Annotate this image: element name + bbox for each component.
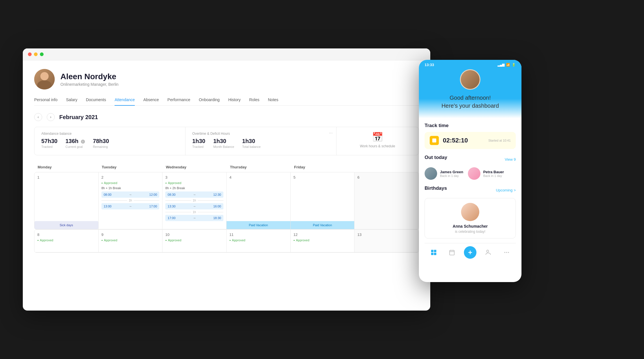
nav-more-icon[interactable] — [500, 246, 513, 259]
ot-month-label: Month Balance — [213, 145, 234, 148]
approved-badge: Approved — [37, 238, 95, 242]
svg-rect-2 — [431, 253, 433, 255]
nav-home-icon[interactable] — [427, 246, 440, 259]
start-time: 08:00 — [104, 193, 112, 196]
person-name-petra: Petra Bauer — [483, 170, 504, 174]
approved-badge: Approved — [229, 238, 288, 242]
time-block-2: 13:30 → 16:00 — [165, 203, 223, 209]
svg-rect-0 — [431, 250, 433, 252]
cal-cell-2[interactable]: 2 Approved 8h + 1h Break 08:00 → 12:00 1… — [99, 172, 163, 229]
end-time-2: 17:00 — [149, 205, 157, 208]
cal-cell-13[interactable]: 13 — [354, 230, 419, 252]
break-line: 1h — [101, 199, 160, 202]
mobile-window: 13:33 ▂▄▆ 📶 🔋 Good afternoon! Here's you… — [419, 60, 521, 282]
svg-rect-4 — [450, 250, 455, 255]
mobile-avatar — [460, 69, 480, 90]
day-header-monday: Monday — [34, 162, 98, 172]
minimize-button[interactable] — [34, 52, 38, 56]
battery-icon: 🔋 — [512, 63, 516, 67]
cell-date: 1 — [37, 175, 95, 180]
signal-icon: ▂▄▆ — [498, 63, 504, 67]
next-month-button[interactable]: › — [47, 113, 55, 121]
profile-name: Aleen Nordyke — [60, 72, 119, 81]
tab-personal-info[interactable]: Personal info — [34, 97, 58, 105]
tab-notes[interactable]: Notes — [268, 97, 278, 105]
desktop-window: Aleen Nordyke Onlinemarketing Manager, B… — [23, 48, 430, 311]
remaining-label: Remaining — [93, 145, 109, 148]
birthday-card: Anna Schumacher is celebrating today! — [425, 198, 516, 238]
prev-month-button[interactable]: ‹ — [34, 113, 42, 121]
mobile-header: Good afternoon! Here's your dashboard — [419, 69, 521, 118]
cal-cell-3[interactable]: 3 Approved 8h + 2h Break 08:30 → 12:30 1… — [162, 172, 227, 229]
end-time: 12:00 — [149, 193, 157, 196]
maximize-button[interactable] — [40, 52, 44, 56]
work-hours-section: 📅 Work hours & schedule — [337, 127, 419, 155]
mobile-body: Track time 02:52:10 Started at 10:41 Out… — [419, 118, 521, 266]
tab-performance[interactable]: Performance — [168, 97, 190, 105]
cal-cell-10[interactable]: 10 Approved — [162, 230, 227, 252]
approved-badge: Approved — [294, 238, 352, 242]
more-options-button[interactable]: ··· — [329, 130, 333, 136]
remaining-value: 78h30 — [93, 138, 109, 144]
status-icons: ▂▄▆ 📶 🔋 — [498, 63, 516, 67]
cal-cell-9[interactable]: 9 Approved — [99, 230, 163, 252]
out-person-1: James Green Back in 1 day — [425, 167, 463, 180]
sick-days-bar: Sick days — [34, 221, 98, 229]
info-icon: i — [81, 140, 85, 144]
tracked-value: 57h30 — [41, 138, 58, 144]
tab-onboarding[interactable]: Onboarding — [199, 97, 220, 105]
cell-date: 8 — [37, 232, 95, 237]
upcoming-link[interactable]: Upcoming > — [496, 188, 516, 192]
time-block: 08:00 → 12:00 — [101, 191, 160, 198]
time-block: 08:30 → 12:30 — [165, 191, 223, 198]
ot-month-value: 1h30 — [213, 138, 234, 144]
cal-cell-5[interactable]: 5 Paid Vacation — [291, 172, 355, 229]
approved-badge: Approved — [101, 181, 160, 185]
day-header-friday: Friday — [291, 162, 355, 172]
person-name-james: James Green — [440, 170, 463, 174]
tab-attendance[interactable]: Attendance — [115, 97, 135, 105]
cal-cell-8[interactable]: 8 Approved — [34, 230, 99, 252]
svg-rect-3 — [434, 253, 436, 255]
ot-tracked-value: 1h30 — [192, 138, 205, 144]
attendance-balance-label: Attendance balance — [41, 132, 178, 136]
start-time-2: 13:00 — [104, 205, 112, 208]
start-time-3: 17:00 — [168, 216, 176, 220]
cal-cell-1[interactable]: 1 Sick days — [34, 172, 99, 229]
day-header-thursday: Thursday — [227, 162, 291, 172]
nav-people-icon[interactable] — [482, 246, 495, 259]
tab-roles[interactable]: Roles — [249, 97, 259, 105]
cal-cell-6[interactable]: 6 — [354, 172, 419, 229]
day-header-tuesday: Tuesday — [98, 162, 162, 172]
out-person-2: Petra Bauer Back in 1 day — [468, 167, 504, 180]
tab-history[interactable]: History — [228, 97, 241, 105]
tab-documents[interactable]: Documents — [86, 97, 106, 105]
nav-calendar-icon[interactable] — [446, 246, 458, 259]
cal-cell-11[interactable]: 11 Approved — [227, 230, 291, 252]
ot-tracked-label: Tracked — [192, 145, 205, 148]
mobile-greeting: Good afternoon! Here's your dashboard — [419, 94, 521, 110]
cal-cell-12[interactable]: 12 Approved — [291, 230, 355, 252]
wifi-icon: 📶 — [506, 63, 510, 67]
view-link[interactable]: View 9 — [505, 157, 516, 162]
cell-date: 12 — [294, 232, 352, 237]
birthday-status: is celebrating today! — [455, 230, 486, 234]
nav-add-button[interactable] — [464, 246, 476, 259]
window-titlebar — [23, 48, 430, 60]
cal-cell-4[interactable]: 4 Paid Vacation — [227, 172, 291, 229]
close-button[interactable] — [28, 52, 32, 56]
track-time-card[interactable]: 02:52:10 Started at 10:41 — [425, 132, 516, 149]
shift-label: 8h + 2h Break — [165, 186, 223, 190]
tab-absence[interactable]: Absence — [143, 97, 159, 105]
approved-badge: Approved — [165, 181, 223, 185]
time-block-3: 17:00 → 18:30 — [165, 215, 223, 221]
svg-point-13 — [508, 252, 509, 253]
tab-salary[interactable]: Salary — [66, 97, 78, 105]
svg-point-12 — [506, 252, 507, 253]
track-time-title: Track time — [425, 123, 516, 128]
approved-badge: Approved — [165, 238, 223, 242]
profile-header: Aleen Nordyke Onlinemarketing Manager, B… — [34, 69, 419, 89]
cell-date: 3 — [165, 175, 223, 180]
mobile-bottom-nav — [425, 243, 516, 262]
calendar-header: Monday Tuesday Wednesday Thursday Friday — [34, 162, 419, 172]
